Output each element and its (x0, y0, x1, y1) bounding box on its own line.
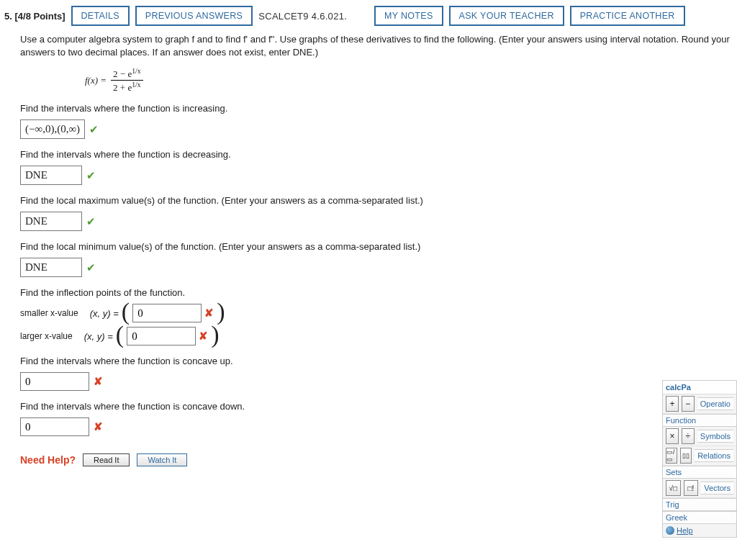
local-max-answer[interactable]: DNE (20, 212, 82, 231)
inflection-smaller-input[interactable] (132, 304, 202, 322)
factorial-key[interactable]: □! (684, 480, 699, 496)
check-icon: ✔ (86, 215, 96, 228)
sets-tab[interactable]: Sets (663, 466, 736, 479)
inflection-prompt: Find the inflection points of the functi… (20, 287, 731, 298)
divide-key[interactable]: ÷ (682, 428, 695, 444)
cross-icon: ✘ (94, 420, 103, 433)
decreasing-prompt: Find the intervals where the function is… (20, 149, 731, 160)
calcpad-title: calcPa (663, 381, 736, 394)
symbols-tab[interactable]: Symbols (697, 430, 733, 443)
vectors-tab[interactable]: Vectors (701, 482, 733, 494)
instructions-text: Use a computer algebra system to graph f… (20, 33, 731, 59)
globe-icon (666, 526, 674, 535)
decreasing-answer[interactable]: DNE (20, 166, 82, 185)
relations-tab[interactable]: Relations (695, 449, 733, 462)
fraction-key[interactable]: ▭/▭ (666, 448, 677, 464)
exponent-key[interactable]: ▯▯ (680, 448, 692, 464)
xy-label: (x, y) = (90, 308, 119, 319)
calcpad-help-link[interactable]: Help (663, 524, 736, 537)
plus-key[interactable]: + (666, 396, 679, 412)
concave-up-input[interactable] (20, 372, 89, 391)
read-it-button[interactable]: Read It (83, 453, 130, 466)
cross-icon: ✘ (199, 330, 208, 343)
concave-down-input[interactable] (20, 417, 89, 436)
practice-another-button[interactable]: PRACTICE ANOTHER (570, 6, 685, 26)
my-notes-button[interactable]: MY NOTES (374, 6, 443, 26)
local-max-prompt: Find the local maximum value(s) of the f… (20, 195, 731, 206)
operations-tab[interactable]: Operatio (697, 397, 733, 410)
functions-tab[interactable]: Function (663, 414, 736, 427)
calc-pad: calcPa + − Operatio Function × ÷ Symbols… (662, 380, 737, 538)
check-icon: ✔ (86, 261, 96, 274)
concave-up-prompt: Find the intervals where the function is… (20, 356, 731, 366)
details-button[interactable]: DETAILS (71, 6, 130, 26)
cross-icon: ✘ (94, 375, 103, 388)
previous-answers-button[interactable]: PREVIOUS ANSWERS (135, 6, 253, 26)
local-min-prompt: Find the local minimum value(s) of the f… (20, 241, 731, 252)
function-formula: f(x) = 2 − e1/x 2 + e1/x (85, 68, 731, 93)
ask-teacher-button[interactable]: ASK YOUR TEACHER (449, 6, 564, 26)
cross-icon: ✘ (204, 307, 214, 320)
question-number: 5. (4, 11, 12, 22)
increasing-answer[interactable]: (−∞,0),(0,∞) (20, 119, 85, 139)
trig-tab[interactable]: Trig (663, 498, 736, 511)
check-icon: ✔ (89, 123, 99, 136)
watch-it-button[interactable]: Watch It (137, 453, 187, 466)
larger-x-label: larger x-value (20, 331, 73, 341)
greek-tab[interactable]: Greek (663, 511, 736, 524)
increasing-prompt: Find the intervals where the function is… (20, 103, 731, 114)
inflection-larger-input[interactable] (127, 327, 196, 346)
points-label: [4/8 Points] (14, 11, 65, 22)
local-min-answer[interactable]: DNE (20, 258, 82, 277)
sqrt-key[interactable]: √□ (666, 480, 681, 496)
minus-key[interactable]: − (682, 396, 695, 412)
check-icon: ✔ (86, 169, 96, 182)
xy-label: (x, y) = (84, 331, 113, 342)
concave-down-prompt: Find the intervals where the function is… (20, 401, 731, 412)
need-help-label: Need Help? (20, 454, 76, 466)
multiply-key[interactable]: × (666, 428, 679, 444)
smaller-x-label: smaller x-value (20, 308, 78, 318)
reference-code: SCALCET9 4.6.021. (258, 11, 347, 22)
